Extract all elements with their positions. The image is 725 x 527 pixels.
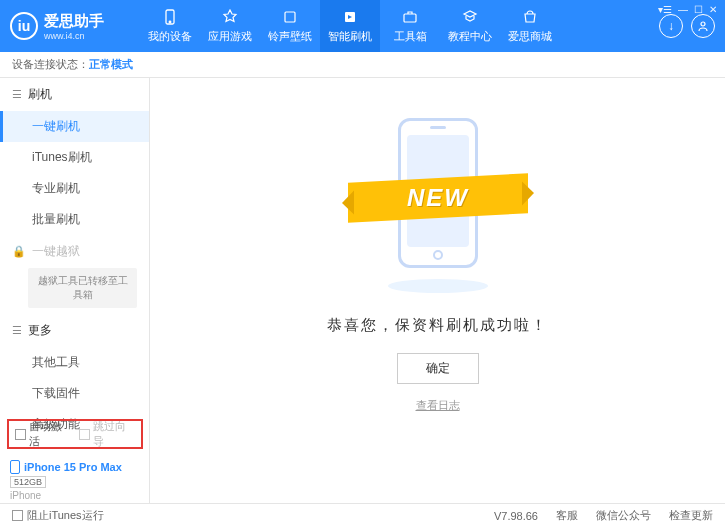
nav-tutorials[interactable]: 教程中心 [440,0,500,52]
tutorial-icon [461,8,479,26]
sidebar-group-more[interactable]: ☰ 更多 [0,314,149,347]
device-name[interactable]: iPhone 15 Pro Max [10,460,122,474]
download-icon[interactable]: ↓ [659,14,683,38]
header: iu 爱思助手 www.i4.cn 我的设备 应用游戏 铃声壁纸 智能刷机 工具… [0,0,725,52]
logo-icon: iu [10,12,38,40]
sidebar-item-batch-flash[interactable]: 批量刷机 [0,204,149,235]
app-icon [221,8,239,26]
ringtone-icon [281,8,299,26]
sidebar-group-flash[interactable]: ☰ 刷机 [0,78,149,111]
svg-rect-2 [285,12,295,22]
list-icon: ☰ [12,324,22,337]
ok-button[interactable]: 确定 [397,353,479,384]
top-nav: 我的设备 应用游戏 铃声壁纸 智能刷机 工具箱 教程中心 爱思商城 [140,0,560,52]
sidebar-group-jailbreak: 🔒 一键越狱 [0,235,149,268]
footer-update[interactable]: 检查更新 [669,508,713,523]
nav-apps[interactable]: 应用游戏 [200,0,260,52]
nav-my-device[interactable]: 我的设备 [140,0,200,52]
version-label: V7.98.66 [494,510,538,522]
lock-icon: 🔒 [12,245,26,258]
close-icon[interactable]: ✕ [709,4,717,15]
status-bar: 设备连接状态： 正常模式 [0,52,725,78]
nav-flash[interactable]: 智能刷机 [320,0,380,52]
maximize-icon[interactable]: ☐ [694,4,703,15]
status-mode: 正常模式 [89,57,133,72]
device-info: iPhone 15 Pro Max 512GB iPhone [10,460,122,501]
jailbreak-note: 越狱工具已转移至工具箱 [28,268,137,308]
main-content: NEW 恭喜您，保资料刷机成功啦！ 确定 查看日志 [150,78,725,503]
sidebar-item-other-tools[interactable]: 其他工具 [0,347,149,378]
logo: iu 爱思助手 www.i4.cn [10,12,140,41]
status-label: 设备连接状态： [12,57,89,72]
minimize-icon[interactable]: — [678,4,688,15]
menu-icon[interactable]: ▾☰ [658,4,672,15]
flash-icon [341,8,359,26]
app-url: www.i4.cn [44,31,104,41]
nav-ringtones[interactable]: 铃声壁纸 [260,0,320,52]
app-name: 爱思助手 [44,12,104,31]
phone-icon [161,8,179,26]
checkbox-skip-guide: 跳过向导 [79,419,135,449]
sidebar: ☰ 刷机 一键刷机 iTunes刷机 专业刷机 批量刷机 🔒 一键越狱 越狱工具… [0,78,150,503]
toolbox-icon [401,8,419,26]
footer-support[interactable]: 客服 [556,508,578,523]
sidebar-item-onekey-flash[interactable]: 一键刷机 [0,111,149,142]
svg-rect-4 [404,14,416,22]
checkbox-block-itunes[interactable]: 阻止iTunes运行 [12,508,104,523]
sidebar-item-itunes-flash[interactable]: iTunes刷机 [0,142,149,173]
svg-rect-6 [11,461,20,474]
view-log-link[interactable]: 查看日志 [416,398,460,413]
store-icon [521,8,539,26]
nav-store[interactable]: 爱思商城 [500,0,560,52]
list-icon: ☰ [12,88,22,101]
footer: 阻止iTunes运行 V7.98.66 客服 微信公众号 检查更新 [0,503,725,527]
device-phone-icon [10,460,20,474]
svg-point-1 [169,21,171,23]
device-storage: 512GB [10,476,46,488]
sidebar-item-pro-flash[interactable]: 专业刷机 [0,173,149,204]
checkbox-auto-activate[interactable]: 自动激活 [15,419,71,449]
device-type: iPhone [10,490,122,501]
sidebar-item-download-firmware[interactable]: 下载固件 [0,378,149,409]
user-icon[interactable] [691,14,715,38]
nav-toolbox[interactable]: 工具箱 [380,0,440,52]
footer-wechat[interactable]: 微信公众号 [596,508,651,523]
highlight-box: 自动激活 跳过向导 [7,419,143,449]
svg-point-5 [701,22,705,26]
success-illustration: NEW [338,108,538,288]
success-message: 恭喜您，保资料刷机成功啦！ [327,316,548,335]
ribbon-text: NEW [407,184,469,212]
